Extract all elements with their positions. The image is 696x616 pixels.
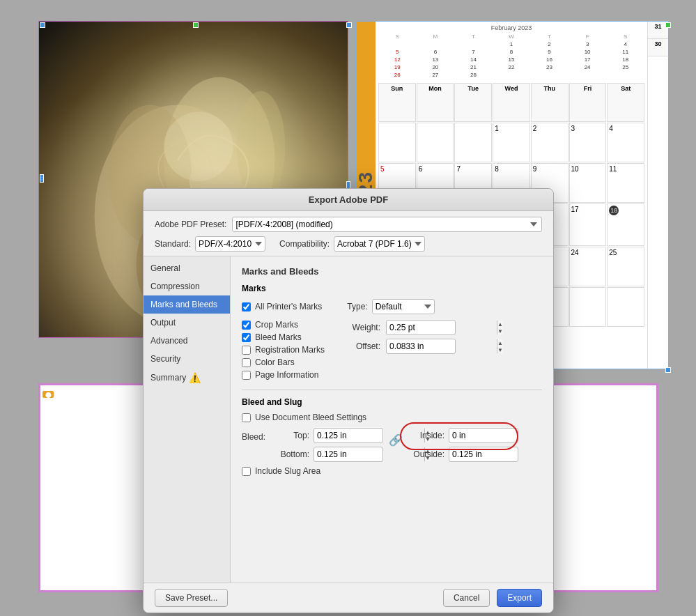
weight-input[interactable] [387, 323, 497, 332]
bleed-right-fields: Inside: ▲ ▼ Outside: [411, 428, 518, 462]
handle-tc[interactable] [193, 22, 199, 28]
offset-spin-up[interactable]: ▲ [497, 339, 503, 346]
sidebar-item-advanced[interactable]: Advanced [144, 332, 230, 350]
marks-checkboxes: Crop Marks Bleed Marks Registration Mark… [242, 320, 325, 383]
preset-label: Adobe PDF Preset: [155, 220, 226, 229]
standard-label: Standard: [155, 239, 191, 249]
divider-1 [242, 390, 542, 390]
standard-group: Standard: PDF/X-4:2010 [155, 236, 265, 252]
cancel-button[interactable]: Cancel [443, 589, 490, 607]
std-compat-row: Standard: PDF/X-4:2010 Compatibility: Ac… [144, 235, 553, 256]
handle-ml[interactable] [40, 174, 44, 183]
offset-input[interactable] [387, 341, 497, 351]
type-select[interactable]: Default [372, 299, 435, 314]
inside-input[interactable] [449, 431, 553, 440]
sidebar-item-compression[interactable]: Compression [144, 277, 230, 295]
link-icon[interactable]: 🔗 [389, 433, 403, 447]
orange-indicator: ⬤ [42, 391, 54, 398]
offset-label: Offset: [339, 341, 380, 351]
preset-select[interactable]: [PDF/X-4:2008] (modified) [232, 217, 542, 232]
color-bars-row: Color Bars [242, 357, 325, 367]
handle-tr[interactable] [346, 22, 352, 28]
bleed-marks-row: Bleed Marks [242, 332, 325, 342]
page-info-label: Page Information [255, 370, 318, 380]
color-bars-label: Color Bars [255, 357, 295, 367]
dialog-body: General Compression Marks and Bleeds Out… [144, 256, 553, 583]
sidebar-item-summary[interactable]: Summary ⚠️ [144, 368, 230, 387]
marks-detail: Crop Marks Bleed Marks Registration Mark… [242, 320, 542, 383]
export-button[interactable]: Export [497, 589, 542, 607]
weight-spin-up[interactable]: ▲ [497, 321, 503, 328]
color-bars-checkbox[interactable] [242, 358, 251, 367]
offset-spinner[interactable]: ▲ ▼ [386, 339, 456, 354]
compat-group: Compatibility: Acrobat 7 (PDF 1.6) [279, 236, 425, 252]
include-slug-row: Include Slug Area [242, 466, 542, 476]
inside-spinner[interactable]: ▲ ▼ [449, 428, 518, 443]
sidebar-item-general[interactable]: General [144, 259, 230, 277]
section-title: Marks and Bleeds [242, 266, 542, 277]
outside-label: Outside: [411, 449, 444, 459]
warning-icon: ⚠️ [189, 372, 201, 383]
marks-subsection-title: Marks [242, 284, 542, 293]
dialog-footer: Save Preset... Cancel Export [144, 583, 553, 613]
offset-spin-down[interactable]: ▼ [497, 346, 503, 353]
outside-input[interactable] [449, 449, 553, 459]
calendar-right-col: 31 30 [647, 22, 668, 369]
top-spinner[interactable]: ▲ ▼ [314, 428, 383, 443]
handle-cal-br[interactable] [665, 367, 671, 373]
outside-bleed-row: Outside: ▲ ▼ [411, 447, 518, 462]
weight-spinner-btns: ▲ ▼ [497, 321, 503, 334]
weight-label: Weight: [339, 323, 380, 332]
sidebar-item-marks-bleeds[interactable]: Marks and Bleeds [144, 295, 230, 314]
bleed-marks-label: Bleed Marks [255, 332, 302, 342]
all-printers-checkbox[interactable] [242, 302, 251, 311]
compat-label: Compatibility: [279, 239, 330, 249]
handle-tl[interactable] [40, 22, 45, 28]
registration-marks-label: Registration Marks [255, 345, 325, 355]
bottom-spinner[interactable]: ▲ ▼ [314, 447, 383, 462]
top-input[interactable] [314, 431, 424, 440]
page-info-row: Page Information [242, 370, 325, 380]
top-label: Top: [276, 431, 309, 440]
registration-marks-checkbox[interactable] [242, 346, 251, 355]
offset-spinner-btns: ▲ ▼ [497, 339, 503, 353]
bottom-bleed-row: Bottom: ▲ ▼ [276, 447, 383, 462]
svg-point-6 [237, 91, 286, 202]
type-label: Type: [347, 302, 367, 311]
bleed-slug-title: Bleed and Slug [242, 397, 542, 407]
bleed-section: Bleed: Top: ▲ ▼ Bottom: [242, 428, 542, 462]
sidebar-item-security[interactable]: Security [144, 350, 230, 368]
use-doc-bleed-label: Use Document Bleed Settings [255, 413, 366, 422]
crop-marks-label: Crop Marks [255, 320, 298, 330]
compat-select[interactable]: Acrobat 7 (PDF 1.6) [334, 236, 425, 252]
dialog-sidebar: General Compression Marks and Bleeds Out… [144, 256, 231, 583]
export-pdf-dialog: Export Adobe PDF Adobe PDF Preset: [PDF/… [143, 188, 554, 613]
calendar-month: February 2023 [378, 24, 644, 31]
use-doc-bleed-checkbox[interactable] [242, 413, 251, 422]
standard-select[interactable]: PDF/X-4:2010 [195, 236, 265, 252]
top-bleed-row: Top: ▲ ▼ [276, 428, 383, 443]
all-printers-label: All Printer's Marks [255, 302, 322, 311]
weight-spin-down[interactable]: ▼ [497, 328, 503, 334]
sidebar-item-output[interactable]: Output [144, 314, 230, 332]
svg-point-4 [164, 111, 233, 181]
bleed-label: Bleed: [242, 432, 273, 442]
bottom-label: Bottom: [276, 449, 309, 459]
handle-cal-tr[interactable] [665, 22, 671, 28]
bottom-input[interactable] [314, 449, 424, 459]
dialog-title-bar: Export Adobe PDF [144, 189, 553, 211]
calendar-grid: SMTWTFS 1234 567891011 12131415161718 19… [378, 33, 644, 79]
outside-spinner[interactable]: ▲ ▼ [449, 447, 518, 462]
crop-marks-checkbox[interactable] [242, 321, 251, 330]
inside-label: Inside: [411, 431, 444, 440]
save-preset-button[interactable]: Save Preset... [155, 589, 228, 607]
bleed-marks-checkbox[interactable] [242, 333, 251, 342]
weight-spinner[interactable]: ▲ ▼ [386, 320, 456, 335]
include-slug-checkbox[interactable] [242, 467, 251, 476]
dialog-title: Export Adobe PDF [309, 194, 388, 205]
preset-row: Adobe PDF Preset: [PDF/X-4:2008] (modifi… [144, 211, 553, 235]
page-info-checkbox[interactable] [242, 371, 251, 380]
weight-offset-grid: Weight: ▲ ▼ Offset: ▲ ▼ [339, 320, 456, 354]
bleed-left-fields: Top: ▲ ▼ Bottom: [276, 428, 383, 462]
crop-marks-row: Crop Marks [242, 320, 325, 330]
